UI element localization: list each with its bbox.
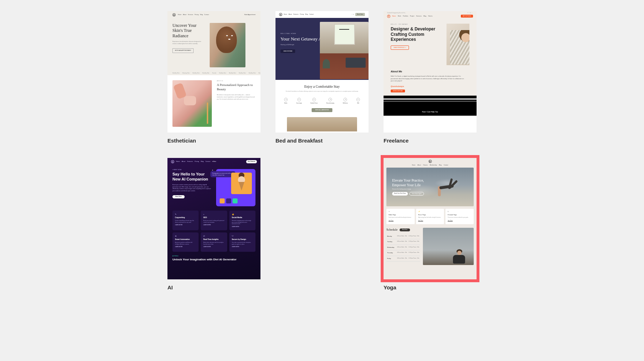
logo-icon: D bbox=[387, 15, 390, 18]
nav-button: Book Now bbox=[355, 13, 365, 16]
hero-sub: Discover the healing power of yoga bbox=[392, 188, 474, 190]
schedule-heading: Schedule bbox=[386, 228, 397, 231]
nav-more: ▾ More bbox=[212, 161, 216, 162]
hero-image bbox=[447, 24, 469, 65]
cta-button: VIEW ROOMS bbox=[280, 49, 295, 53]
section-heading: Enjoy a Comfortable Stay bbox=[282, 85, 362, 89]
section-heading: Unlock Your Imagination with Divi AI Gen… bbox=[172, 258, 255, 261]
eyebrow: HELLO, I'M SARAH bbox=[391, 24, 441, 25]
nav-button: Get Started bbox=[246, 160, 257, 163]
section-heading: A Personalized Approach to Beauty bbox=[217, 83, 255, 91]
template-card-esthetician[interactable]: D HomeAboutServicesPricingBlogContact Bo… bbox=[167, 11, 260, 144]
template-thumbnail: D HomeAboutFeaturesPricingBlogContact ⌕ … bbox=[275, 11, 369, 133]
template-thumbnail: Crafted & Designed by Divi v4.27.4+ ftin… bbox=[384, 11, 477, 133]
cta-button: BOOK AN APPOINTMENT bbox=[172, 48, 194, 53]
hero-image bbox=[320, 22, 369, 79]
template-card-yoga[interactable]: D HomeAboutClassesMembershipBlogContact … bbox=[384, 158, 477, 290]
template-card-freelance[interactable]: Crafted & Designed by Divi v4.27.4+ ftin… bbox=[384, 11, 477, 144]
cta-button: Start Free bbox=[172, 195, 185, 199]
logo-icon: D bbox=[171, 160, 174, 163]
section-heading: How I Can Help You bbox=[384, 101, 477, 113]
hero-image: Elevate Your Practice,Empower Your Life … bbox=[386, 168, 474, 206]
template-card-bnb[interactable]: D HomeAboutFeaturesPricingBlogContact ⌕ … bbox=[275, 11, 369, 144]
eyebrow: ✦ MEET NOVA bbox=[172, 169, 213, 170]
hero-heading: Say Hello to Your New AI Companion bbox=[172, 172, 212, 182]
eyebrow: AI TOOLS bbox=[172, 255, 255, 257]
logo-icon: D bbox=[172, 13, 176, 16]
schedule-button: Book Now bbox=[400, 228, 410, 231]
topbar-text: Crafted & Designed by Divi v4.27.4+ bbox=[387, 13, 405, 14]
template-card-ai[interactable]: D HomeAboutFeaturesPricingBlogContact ▾ … bbox=[167, 158, 260, 290]
hero-heading: Designer & Developer Crafting Custom Exp… bbox=[391, 27, 441, 42]
social-handle: @sarahsdesigns bbox=[391, 85, 469, 87]
ticker: Healthy Skin ·Glowing Skin ·Healthy Skin… bbox=[167, 71, 260, 75]
template-thumbnail: D HomeAboutClassesMembershipBlogContact … bbox=[384, 158, 477, 279]
cta-button: VIEW PORTFOLIO ↗ bbox=[391, 45, 409, 49]
hero-text: Boost your content creation process with… bbox=[172, 184, 212, 192]
about-heading: About Me bbox=[391, 70, 469, 73]
logo-icon: D bbox=[429, 160, 432, 163]
template-title: Esthetician bbox=[167, 138, 260, 144]
section-image bbox=[287, 117, 357, 131]
cta-button: Book Your First Class bbox=[392, 192, 408, 196]
cta-button: View Class Types bbox=[409, 192, 424, 196]
nav-link: Book Appointment bbox=[244, 14, 255, 16]
template-thumbnail: D HomeAboutServicesPricingBlogContact Bo… bbox=[167, 11, 260, 133]
cta-button: VIEW ALL AMENITIES bbox=[312, 108, 332, 112]
section-text: Our bed & breakfast is all about offerin… bbox=[282, 91, 362, 93]
schedule-image bbox=[423, 228, 474, 265]
hero-image bbox=[210, 23, 245, 67]
logo-icon: D bbox=[279, 13, 282, 16]
template-thumbnail: D HomeAboutFeaturesPricingBlogContact ▾ … bbox=[167, 158, 260, 279]
cta-button: WORK WITH ME bbox=[391, 90, 405, 92]
hero-heading: Elevate Your Practice,Empower Your Life bbox=[392, 178, 474, 187]
template-title: AI bbox=[167, 284, 260, 290]
hero-subtext: Experience transformative skincare desig… bbox=[172, 40, 205, 45]
template-title: Yoga bbox=[384, 284, 477, 290]
template-title: Freelance bbox=[384, 138, 477, 144]
hero-card: Photographic ice cream cone with a choco… bbox=[216, 169, 255, 206]
about-text: Hello! I'm Sarah, a digital marketing st… bbox=[391, 75, 466, 82]
hero-heading: Uncover Your Skin's True Radiance bbox=[172, 23, 205, 38]
section-text: We believe in beauty that starts with he… bbox=[217, 94, 255, 101]
template-title: Bed and Breakfast bbox=[275, 138, 369, 144]
section-image bbox=[172, 80, 212, 127]
nav-button: GET IN TOUCH bbox=[461, 15, 473, 18]
